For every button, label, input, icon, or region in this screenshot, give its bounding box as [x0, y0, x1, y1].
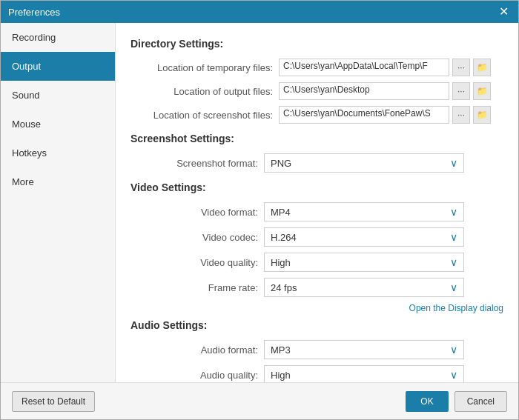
main-content: Recording Output Sound Mouse Hotkeys Mor…	[1, 23, 518, 382]
audio-quality-arrow-icon: ∨	[450, 369, 457, 381]
video-codec-arrow-icon: ∨	[450, 231, 457, 243]
temp-files-input-group: C:\Users\yan\AppData\Local\Temp\F ··· 📁	[279, 59, 491, 76]
screenshot-files-label: Location of screenshot files:	[130, 110, 279, 121]
screenshot-format-dropdown[interactable]: PNG ∨	[264, 153, 464, 173]
sidebar-item-sound[interactable]: Sound	[1, 81, 115, 110]
close-button[interactable]: ✕	[496, 4, 511, 19]
temp-files-dots-button[interactable]: ···	[452, 59, 470, 76]
audio-quality-row: Audio quality: High ∨	[130, 365, 503, 382]
folder-icon-3: 📁	[477, 110, 488, 120]
audio-settings-section: Audio Settings: Audio format: MP3 ∨ Audi…	[130, 319, 503, 382]
video-format-row: Video format: MP4 ∨	[130, 202, 503, 221]
audio-quality-label: Audio quality:	[130, 370, 264, 381]
screenshot-format-value: PNG	[271, 158, 291, 169]
screenshot-format-row: Screenshot format: PNG ∨	[130, 153, 503, 173]
reset-to-default-button[interactable]: Reset to Default	[12, 391, 95, 412]
video-quality-value: High	[271, 257, 291, 268]
output-files-dots-button[interactable]: ···	[452, 82, 470, 100]
video-codec-row: Video codec: H.264 ∨	[130, 227, 503, 247]
content-panel: Directory Settings: Location of temporar…	[116, 23, 518, 382]
video-quality-arrow-icon: ∨	[450, 256, 457, 268]
output-files-folder-button[interactable]: 📁	[473, 82, 491, 100]
preferences-dialog: Preferences ✕ Recording Output Sound Mou…	[0, 0, 519, 420]
screenshot-settings-title: Screenshot Settings:	[130, 133, 503, 144]
frame-rate-row: Frame rate: 24 fps ∨	[130, 278, 503, 297]
frame-rate-arrow-icon: ∨	[450, 281, 457, 293]
audio-format-row: Audio format: MP3 ∨	[130, 340, 503, 359]
sidebar-item-more[interactable]: More	[1, 167, 115, 196]
screenshot-files-input-group: C:\Users\yan\Documents\FonePaw\S ··· 📁	[279, 106, 491, 124]
output-files-label: Location of output files:	[130, 86, 279, 97]
three-dots-icon-2: ···	[457, 86, 465, 96]
footer-right-buttons: OK Cancel	[406, 391, 507, 412]
video-codec-dropdown[interactable]: H.264 ∨	[264, 227, 464, 247]
cancel-button[interactable]: Cancel	[454, 391, 507, 412]
video-format-dropdown[interactable]: MP4 ∨	[264, 202, 464, 221]
three-dots-icon: ···	[457, 62, 465, 73]
video-codec-label: Video codec:	[130, 232, 264, 243]
dialog-title: Preferences	[8, 7, 60, 18]
temp-files-row: Location of temporary files: C:\Users\ya…	[130, 59, 503, 76]
output-files-row: Location of output files: C:\Users\yan\D…	[130, 82, 503, 100]
frame-rate-label: Frame rate:	[130, 282, 264, 293]
directory-settings-title: Directory Settings:	[130, 38, 503, 50]
audio-quality-value: High	[271, 370, 291, 381]
directory-settings-section: Directory Settings: Location of temporar…	[130, 38, 503, 124]
audio-format-dropdown[interactable]: MP3 ∨	[264, 340, 464, 359]
sidebar-item-hotkeys[interactable]: Hotkeys	[1, 139, 115, 167]
temp-files-label: Location of temporary files:	[130, 62, 279, 73]
dropdown-arrow-icon: ∨	[450, 157, 457, 169]
frame-rate-dropdown[interactable]: 24 fps ∨	[264, 278, 464, 297]
temp-files-folder-button[interactable]: 📁	[473, 59, 491, 76]
screenshot-files-row: Location of screenshot files: C:\Users\y…	[130, 106, 503, 124]
audio-quality-dropdown[interactable]: High ∨	[264, 365, 464, 382]
folder-icon-2: 📁	[477, 86, 488, 96]
video-settings-section: Video Settings: Video format: MP4 ∨ Vide…	[130, 181, 503, 313]
video-format-arrow-icon: ∨	[450, 206, 457, 218]
screenshot-files-folder-button[interactable]: 📁	[473, 106, 491, 124]
three-dots-icon-3: ···	[457, 110, 465, 120]
sidebar-item-recording[interactable]: Recording	[1, 23, 115, 52]
video-codec-value: H.264	[271, 232, 297, 243]
audio-format-label: Audio format:	[130, 344, 264, 356]
sidebar-item-mouse[interactable]: Mouse	[1, 110, 115, 139]
screenshot-files-dots-button[interactable]: ···	[452, 106, 470, 124]
display-dialog-link[interactable]: Open the Display dialog	[130, 303, 503, 313]
video-quality-row: Video quality: High ∨	[130, 253, 503, 272]
output-files-input-group: C:\Users\yan\Desktop ··· 📁	[279, 82, 491, 100]
audio-format-value: MP3	[271, 344, 291, 356]
video-format-label: Video format:	[130, 207, 264, 218]
audio-settings-title: Audio Settings:	[130, 319, 503, 331]
frame-rate-value: 24 fps	[271, 282, 297, 293]
title-bar: Preferences ✕	[1, 1, 518, 23]
video-quality-dropdown[interactable]: High ∨	[264, 253, 464, 272]
video-quality-label: Video quality:	[130, 257, 264, 268]
ok-button[interactable]: OK	[406, 391, 448, 412]
folder-icon: 📁	[477, 62, 488, 73]
screenshot-settings-section: Screenshot Settings: Screenshot format: …	[130, 133, 503, 173]
sidebar-item-output[interactable]: Output	[1, 52, 115, 81]
screenshot-format-label: Screenshot format:	[130, 158, 264, 169]
temp-files-input[interactable]: C:\Users\yan\AppData\Local\Temp\F	[279, 59, 449, 76]
sidebar: Recording Output Sound Mouse Hotkeys Mor…	[1, 23, 116, 382]
footer: Reset to Default OK Cancel	[1, 382, 518, 419]
audio-format-arrow-icon: ∨	[450, 344, 457, 356]
output-files-input[interactable]: C:\Users\yan\Desktop	[279, 82, 449, 100]
video-format-value: MP4	[271, 207, 291, 218]
screenshot-files-input[interactable]: C:\Users\yan\Documents\FonePaw\S	[279, 106, 449, 124]
video-settings-title: Video Settings:	[130, 181, 503, 193]
